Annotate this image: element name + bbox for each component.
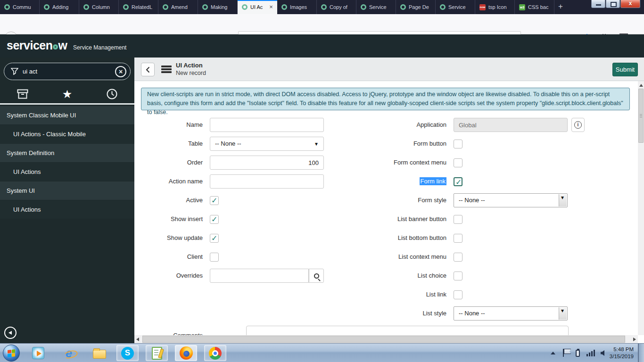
volume-icon[interactable] bbox=[601, 350, 604, 356]
submit-button[interactable]: Submit bbox=[612, 63, 638, 76]
tab-title: Making bbox=[211, 4, 234, 10]
internet-explorer-taskbar-icon[interactable] bbox=[59, 346, 79, 361]
tab-favorites[interactable] bbox=[45, 85, 90, 103]
vertical-scrollbar[interactable] bbox=[638, 81, 644, 335]
taskbar-clock[interactable]: 5:48 PM 3/15/2019 bbox=[610, 346, 634, 360]
file-explorer-taskbar-icon[interactable] bbox=[90, 346, 109, 361]
checkbox-form-button[interactable] bbox=[454, 140, 462, 148]
screen: CommuAddingColumnRelatedLAmendMakingUI A… bbox=[0, 0, 644, 362]
checkbox-active[interactable] bbox=[210, 196, 219, 205]
scroll-right-arrow-icon[interactable] bbox=[633, 337, 636, 341]
browser-tab-images-7[interactable]: Images bbox=[277, 0, 317, 14]
input-overrides[interactable] bbox=[210, 269, 309, 283]
form-context-menu-icon[interactable] bbox=[161, 66, 172, 73]
minimize-button[interactable] bbox=[591, 0, 605, 8]
checkbox-list-bottom-button[interactable] bbox=[454, 234, 462, 243]
skype-taskbar-button[interactable] bbox=[116, 345, 139, 361]
select-list-style[interactable]: -- None -- bbox=[454, 306, 568, 321]
checkbox-list-context-menu[interactable] bbox=[454, 253, 462, 262]
checkbox-list-banner-button[interactable] bbox=[454, 215, 462, 224]
filter-input-value[interactable]: ui act bbox=[23, 68, 115, 75]
show-desktop-button[interactable] bbox=[638, 344, 644, 362]
sidebar-item-ui-actions[interactable]: UI Actions bbox=[0, 200, 134, 219]
field-label-overrides: Overrides bbox=[144, 269, 203, 283]
action-center-flag-icon[interactable] bbox=[563, 349, 564, 357]
battery-icon[interactable] bbox=[576, 350, 580, 357]
input-name[interactable] bbox=[210, 118, 324, 132]
browser-tab-commu-0[interactable]: Commu bbox=[0, 0, 40, 14]
hidden-icons-chevron-icon[interactable] bbox=[551, 352, 555, 354]
tab-all-applications[interactable] bbox=[0, 85, 45, 103]
sidebar-header-system-definition[interactable]: System Definition bbox=[0, 144, 134, 162]
checkbox-form-context-menu[interactable] bbox=[454, 158, 462, 167]
network-signal-icon[interactable] bbox=[586, 350, 596, 356]
sidebar-item-ui-actions[interactable]: UI Actions bbox=[0, 163, 134, 181]
scroll-left-arrow-icon[interactable] bbox=[136, 337, 139, 341]
field-label-order: Order bbox=[144, 156, 203, 170]
checkbox-form-link[interactable] bbox=[454, 177, 462, 186]
form-subtitle: New record bbox=[176, 70, 206, 76]
field-label-form-style: Form style bbox=[337, 193, 446, 207]
servicenow-ring-favicon-icon bbox=[321, 4, 327, 10]
servicenow-header: servicenw Service Management Default [Gl… bbox=[0, 34, 644, 58]
start-button[interactable] bbox=[3, 345, 20, 362]
sidebar-header-system-classic-mobile-ui[interactable]: System Classic Mobile UI bbox=[0, 106, 134, 124]
window-controls bbox=[591, 0, 640, 8]
field-label-list-link: List link bbox=[337, 288, 446, 302]
tab-close-icon[interactable] bbox=[268, 4, 274, 10]
firefox-icon bbox=[180, 346, 193, 360]
comments-textarea[interactable] bbox=[246, 326, 569, 335]
field-label-list-style: List style bbox=[337, 306, 446, 321]
sidebar-item-ui-actions-classic-mobile[interactable]: UI Actions - Classic Mobile bbox=[0, 125, 134, 143]
filter-funnel-icon bbox=[11, 68, 18, 75]
browser-tab-service-11[interactable]: Service bbox=[436, 0, 475, 14]
browser-tab-amend-4[interactable]: Amend bbox=[158, 0, 198, 14]
select-table[interactable]: -- None -- bbox=[210, 137, 324, 151]
tab-title: tsp Icon bbox=[488, 4, 512, 10]
clear-filter-icon[interactable] bbox=[115, 66, 126, 77]
checkbox-list-link[interactable] bbox=[454, 290, 462, 299]
browser-tab-copy-of-8[interactable]: Copy of bbox=[317, 0, 356, 14]
vertical-scroll-thumb[interactable] bbox=[638, 89, 644, 143]
browser-tab-making-5[interactable]: Making bbox=[198, 0, 238, 14]
browser-tab-adding-1[interactable]: Adding bbox=[40, 0, 79, 14]
horizontal-scroll-thumb[interactable] bbox=[142, 336, 625, 343]
browser-tab-css-bac-13[interactable]: CSS bac bbox=[515, 0, 554, 14]
notepad-plus-plus-taskbar-button[interactable] bbox=[146, 345, 168, 361]
form-back-button[interactable] bbox=[141, 63, 155, 76]
servicenow-ring-favicon-icon bbox=[440, 4, 446, 10]
browser-tab-service-9[interactable]: Service bbox=[356, 0, 396, 14]
collapse-navigator-icon[interactable] bbox=[4, 327, 17, 339]
scroll-up-arrow-icon[interactable] bbox=[639, 84, 643, 87]
browser-tab-relatedl-3[interactable]: RelatedL bbox=[119, 0, 158, 14]
media-player-taskbar-icon[interactable] bbox=[28, 346, 48, 361]
tab-history[interactable] bbox=[90, 85, 134, 103]
tab-title: Images bbox=[290, 4, 314, 10]
windows-flag-icon bbox=[8, 349, 15, 357]
checkbox-list-choice[interactable] bbox=[454, 272, 462, 280]
browser-tab-ui-ac-6[interactable]: UI Ac bbox=[238, 0, 277, 14]
select-form-style[interactable]: -- None -- bbox=[454, 193, 568, 207]
chrome-taskbar-button[interactable] bbox=[204, 345, 226, 361]
checkbox-show-insert[interactable] bbox=[210, 215, 219, 224]
browser-tab-column-2[interactable]: Column bbox=[79, 0, 119, 14]
browser-tab-page-de-10[interactable]: Page De bbox=[396, 0, 436, 14]
checkbox-client[interactable] bbox=[210, 253, 219, 262]
input-order[interactable] bbox=[210, 156, 324, 170]
restore-button[interactable] bbox=[606, 0, 620, 8]
horizontal-scrollbar[interactable] bbox=[134, 335, 638, 343]
lookup-overrides-button[interactable] bbox=[309, 269, 324, 283]
checkbox-show-update[interactable] bbox=[210, 234, 219, 243]
application-info-button[interactable] bbox=[571, 118, 585, 132]
tab-title: UI Ac bbox=[250, 4, 268, 10]
clock-time: 5:48 PM bbox=[610, 346, 634, 353]
field-label-action-name: Action name bbox=[144, 174, 203, 189]
close-button[interactable] bbox=[620, 0, 640, 8]
w3-green-favicon-icon bbox=[519, 4, 525, 10]
sidebar-header-system-ui[interactable]: System UI bbox=[0, 181, 134, 200]
firefox-taskbar-button[interactable] bbox=[175, 345, 197, 361]
browser-tab-tsp-icon-12[interactable]: tsp Icon bbox=[475, 0, 515, 14]
navigator-filter[interactable]: ui act bbox=[4, 63, 131, 80]
new-tab-button[interactable]: + bbox=[554, 0, 567, 14]
input-action-name[interactable] bbox=[210, 174, 324, 189]
